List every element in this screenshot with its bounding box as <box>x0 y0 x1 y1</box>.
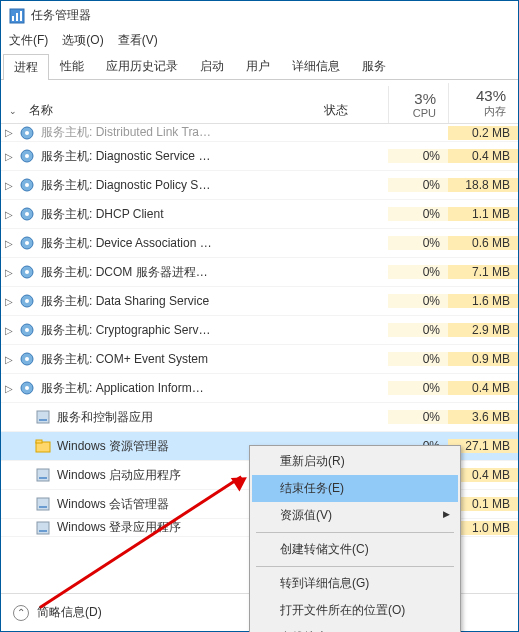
process-icon <box>35 496 51 512</box>
process-icon <box>19 264 35 280</box>
table-row[interactable]: ▷服务主机: Cryptographic Serv…0%2.9 MB <box>1 316 518 345</box>
titlebar: 任务管理器 <box>1 1 518 30</box>
svg-rect-30 <box>37 498 49 510</box>
tab-app-history[interactable]: 应用历史记录 <box>95 53 189 79</box>
table-row[interactable]: ▷服务主机: Data Sharing Service0%1.6 MB <box>1 287 518 316</box>
process-icon <box>19 351 35 367</box>
svg-rect-28 <box>37 469 49 481</box>
menu-options[interactable]: 选项(O) <box>62 32 103 49</box>
process-name: 服务主机: DCOM 服务器进程… <box>41 264 316 281</box>
col-status[interactable]: 状态 <box>316 98 388 123</box>
menubar: 文件(F) 选项(O) 查看(V) <box>1 30 518 53</box>
process-icon <box>35 409 51 425</box>
menu-file[interactable]: 文件(F) <box>9 32 48 49</box>
cpu-value: 0% <box>388 410 448 424</box>
cpu-value: 0% <box>388 352 448 366</box>
svg-rect-25 <box>39 419 47 421</box>
ctx-create-dump[interactable]: 创建转储文件(C) <box>252 536 458 563</box>
process-icon <box>19 206 35 222</box>
cpu-value: 0% <box>388 178 448 192</box>
tab-startup[interactable]: 启动 <box>189 53 235 79</box>
tab-performance[interactable]: 性能 <box>49 53 95 79</box>
svg-point-11 <box>25 212 29 216</box>
expand-icon[interactable]: ▷ <box>1 296 17 307</box>
process-icon <box>35 438 51 454</box>
expand-icon[interactable]: ▷ <box>1 209 17 220</box>
svg-point-17 <box>25 299 29 303</box>
cpu-value: 0% <box>388 236 448 250</box>
table-row[interactable]: 服务和控制器应用0%3.6 MB <box>1 403 518 432</box>
sort-caret-icon: ⌄ <box>9 106 17 116</box>
expand-icon[interactable]: ▷ <box>1 354 17 365</box>
process-icon <box>19 322 35 338</box>
ctx-end-task[interactable]: 结束任务(E) <box>252 475 458 502</box>
window-title: 任务管理器 <box>31 7 91 24</box>
process-name: 服务主机: Diagnostic Policy S… <box>41 177 316 194</box>
tab-users[interactable]: 用户 <box>235 53 281 79</box>
process-icon <box>19 148 35 164</box>
svg-rect-29 <box>39 477 47 479</box>
mem-value: 7.1 MB <box>448 265 518 279</box>
ctx-open-location[interactable]: 打开文件所在的位置(O) <box>252 597 458 624</box>
mem-value: 2.9 MB <box>448 323 518 337</box>
table-row[interactable]: ▷服务主机: DHCP Client0%1.1 MB <box>1 200 518 229</box>
menu-view[interactable]: 查看(V) <box>118 32 158 49</box>
process-name: 服务主机: Device Association … <box>41 235 316 252</box>
tab-services[interactable]: 服务 <box>351 53 397 79</box>
svg-point-13 <box>25 241 29 245</box>
cpu-value: 0% <box>388 149 448 163</box>
cpu-value: 0% <box>388 294 448 308</box>
mem-value: 0.9 MB <box>448 352 518 366</box>
expand-icon[interactable]: ▷ <box>1 267 17 278</box>
process-name: 服务主机: Data Sharing Service <box>41 293 316 310</box>
process-icon <box>35 520 51 536</box>
table-row[interactable]: ▷服务主机: Application Inform…0%0.4 MB <box>1 374 518 403</box>
table-row[interactable]: ▷服务主机: DCOM 服务器进程…0%7.1 MB <box>1 258 518 287</box>
cpu-value: 0% <box>388 265 448 279</box>
ctx-restart[interactable]: 重新启动(R) <box>252 448 458 475</box>
collapse-icon[interactable]: ⌃ <box>13 605 29 621</box>
expand-icon[interactable]: ▷ <box>1 151 17 162</box>
process-icon <box>19 380 35 396</box>
expand-icon[interactable]: ▷ <box>1 238 17 249</box>
svg-rect-32 <box>37 522 49 534</box>
tab-processes[interactable]: 进程 <box>3 54 49 80</box>
expand-icon[interactable]: ▷ <box>1 325 17 336</box>
table-row[interactable]: ▷服务主机: Device Association …0%0.6 MB <box>1 229 518 258</box>
mem-value: 0.6 MB <box>448 236 518 250</box>
expand-icon[interactable]: ▷ <box>1 383 17 394</box>
svg-rect-24 <box>37 411 49 423</box>
app-icon <box>9 8 25 24</box>
svg-point-23 <box>25 386 29 390</box>
ctx-search-online[interactable]: 在线搜索(S) <box>252 624 458 632</box>
col-mem[interactable]: 43% 内存 <box>448 83 518 123</box>
col-name[interactable]: ⌄ 名称 <box>1 98 316 123</box>
table-row[interactable]: ▷服务主机: Diagnostic Service …0%0.4 MB <box>1 142 518 171</box>
tab-details[interactable]: 详细信息 <box>281 53 351 79</box>
svg-point-15 <box>25 270 29 274</box>
ctx-separator <box>256 566 454 567</box>
process-name: 服务和控制器应用 <box>57 409 316 426</box>
column-headers: ⌄ 名称 状态 3% CPU 43% 内存 <box>1 80 518 124</box>
process-name: 服务主机: COM+ Event System <box>41 351 316 368</box>
svg-point-5 <box>25 131 29 135</box>
brief-info-link[interactable]: 简略信息(D) <box>37 604 102 621</box>
cpu-value: 0% <box>388 323 448 337</box>
expand-icon[interactable]: ▷ <box>1 180 17 191</box>
ctx-separator <box>256 532 454 533</box>
svg-point-19 <box>25 328 29 332</box>
svg-point-9 <box>25 183 29 187</box>
svg-rect-2 <box>16 13 18 21</box>
col-cpu[interactable]: 3% CPU <box>388 86 448 123</box>
process-name: 服务主机: DHCP Client <box>41 206 316 223</box>
process-name: 服务主机: Diagnostic Service … <box>41 148 316 165</box>
process-icon <box>19 293 35 309</box>
table-row[interactable]: ▷服务主机: Diagnostic Policy S…0%18.8 MB <box>1 171 518 200</box>
process-icon <box>35 467 51 483</box>
svg-rect-3 <box>20 11 22 21</box>
ctx-goto-details[interactable]: 转到详细信息(G) <box>252 570 458 597</box>
table-row[interactable]: ▷服务主机: COM+ Event System0%0.9 MB <box>1 345 518 374</box>
mem-value: 0.4 MB <box>448 381 518 395</box>
svg-rect-1 <box>12 16 14 21</box>
ctx-resource-values[interactable]: 资源值(V) <box>252 502 458 529</box>
